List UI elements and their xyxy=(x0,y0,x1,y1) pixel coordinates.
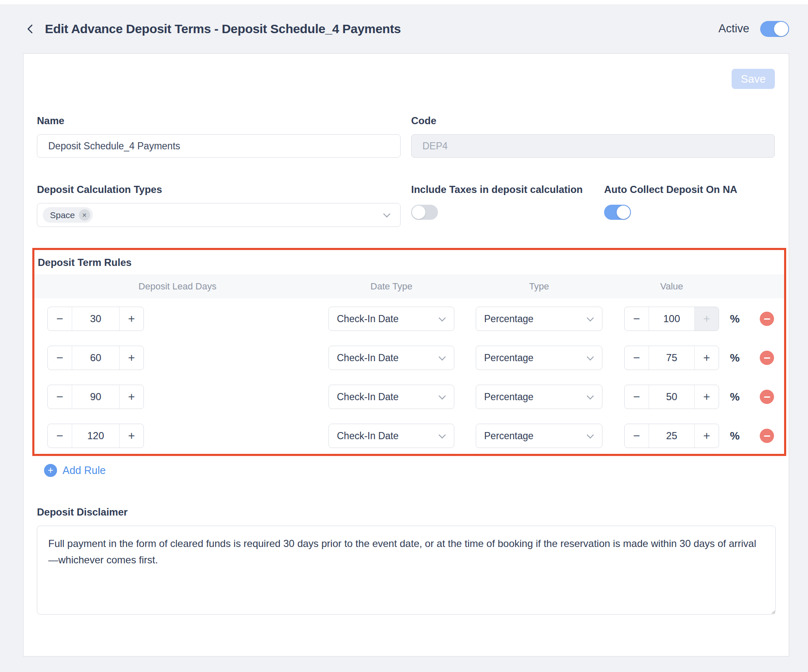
include-taxes-toggle-knob xyxy=(412,206,425,219)
remove-rule-button[interactable] xyxy=(760,390,774,404)
col-header-value: Value xyxy=(624,281,719,292)
deposit-disclaimer-label: Deposit Disclaimer xyxy=(37,506,775,518)
chevron-down-icon xyxy=(439,431,446,438)
lead-days-increment-button[interactable]: + xyxy=(119,346,143,370)
value-decrement-button[interactable]: − xyxy=(625,307,649,331)
auto-collect-toggle[interactable] xyxy=(604,205,631,220)
remove-rule-button[interactable] xyxy=(760,429,774,443)
minus-icon xyxy=(764,396,770,398)
active-toggle-knob xyxy=(774,22,788,36)
value-amount[interactable]: 75 xyxy=(649,346,694,370)
lead-days-stepper: − 120 + xyxy=(47,424,144,448)
value-increment-button[interactable]: + xyxy=(694,385,719,409)
col-header-date-type: Date Type xyxy=(328,281,454,292)
value-stepper: − 50 + xyxy=(624,385,719,409)
lead-days-value[interactable]: 30 xyxy=(72,307,119,331)
value-stepper: − 100 + xyxy=(624,307,719,331)
lead-days-increment-button[interactable]: + xyxy=(119,424,143,448)
rules-table-header: Deposit Lead Days Date Type Type Value xyxy=(34,274,784,298)
percent-sign: % xyxy=(730,352,740,365)
percent-sign: % xyxy=(730,313,740,326)
include-taxes-toggle[interactable] xyxy=(411,205,438,220)
value-amount[interactable]: 100 xyxy=(649,307,694,331)
value-stepper: − 75 + xyxy=(624,346,719,370)
include-taxes-label: Include Taxes in deposit calculation xyxy=(411,184,604,195)
col-header-lead-days: Deposit Lead Days xyxy=(47,281,308,292)
rules-section-title: Deposit Term Rules xyxy=(34,257,784,268)
percent-sign: % xyxy=(730,391,740,404)
lead-days-increment-button[interactable]: + xyxy=(119,385,143,409)
date-type-select[interactable]: Check-In Date xyxy=(328,424,454,448)
chip-remove-icon[interactable]: ✕ xyxy=(79,209,90,221)
lead-days-increment-button[interactable]: + xyxy=(119,307,143,331)
edit-form-card: Save Name Code Deposit Calculation Types… xyxy=(23,53,789,656)
calc-types-select[interactable]: Space ✕ xyxy=(37,203,401,227)
percent-sign: % xyxy=(730,430,740,443)
value-increment-button[interactable]: + xyxy=(694,346,719,370)
lead-days-decrement-button[interactable]: − xyxy=(48,346,72,370)
page-title: Edit Advance Deposit Terms - Deposit Sch… xyxy=(45,22,401,36)
add-rule-button[interactable]: + Add Rule xyxy=(44,464,106,477)
code-input xyxy=(411,134,775,158)
lead-days-value[interactable]: 90 xyxy=(72,385,119,409)
value-increment-button[interactable]: + xyxy=(694,424,719,448)
chevron-down-icon xyxy=(439,392,446,399)
rule-row: − 60 + Check-In Date Percentage − 75 + xyxy=(34,346,784,370)
chevron-down-icon xyxy=(439,314,446,321)
lead-days-decrement-button[interactable]: − xyxy=(48,424,72,448)
back-chevron-icon xyxy=(25,23,35,35)
lead-days-stepper: − 30 + xyxy=(47,307,144,331)
remove-rule-button[interactable] xyxy=(760,351,774,365)
active-label: Active xyxy=(718,22,749,35)
back-button[interactable] xyxy=(23,22,37,36)
value-amount[interactable]: 25 xyxy=(649,424,694,448)
value-decrement-button[interactable]: − xyxy=(625,346,649,370)
name-label: Name xyxy=(37,115,401,127)
deposit-term-rules-section: Deposit Term Rules Deposit Lead Days Dat… xyxy=(32,248,786,456)
col-header-type: Type xyxy=(476,281,602,292)
rule-row: − 120 + Check-In Date Percentage − 25 + xyxy=(34,424,784,448)
chip-label: Space xyxy=(50,210,75,220)
value-decrement-button[interactable]: − xyxy=(625,424,649,448)
type-select[interactable]: Percentage xyxy=(476,307,602,331)
date-type-select[interactable]: Check-In Date xyxy=(328,385,454,409)
rule-row: − 30 + Check-In Date Percentage − 100 + xyxy=(34,307,784,331)
calc-type-chip: Space ✕ xyxy=(43,207,93,223)
chevron-down-icon xyxy=(383,211,391,218)
type-select[interactable]: Percentage xyxy=(476,346,602,370)
page-top-strip xyxy=(0,0,808,4)
chevron-down-icon xyxy=(439,353,446,360)
deposit-disclaimer-textarea[interactable]: Full payment in the form of cleared fund… xyxy=(37,526,776,615)
type-select[interactable]: Percentage xyxy=(476,385,602,409)
remove-rule-button[interactable] xyxy=(760,312,774,326)
lead-days-stepper: − 60 + xyxy=(47,346,144,370)
date-type-select[interactable]: Check-In Date xyxy=(328,346,454,370)
minus-icon xyxy=(764,357,770,359)
value-stepper: − 25 + xyxy=(624,424,719,448)
lead-days-decrement-button[interactable]: − xyxy=(48,307,72,331)
chevron-down-icon xyxy=(587,392,594,399)
lead-days-value[interactable]: 120 xyxy=(72,424,119,448)
lead-days-decrement-button[interactable]: − xyxy=(48,385,72,409)
calc-types-label: Deposit Calculation Types xyxy=(37,184,401,195)
chevron-down-icon xyxy=(587,431,594,438)
save-button[interactable]: Save xyxy=(732,69,775,89)
chevron-down-icon xyxy=(587,353,594,360)
auto-collect-toggle-knob xyxy=(617,206,630,219)
chevron-down-icon xyxy=(587,314,594,321)
date-type-select[interactable]: Check-In Date xyxy=(328,307,454,331)
minus-icon xyxy=(764,318,770,320)
add-rule-label: Add Rule xyxy=(63,464,106,477)
value-decrement-button[interactable]: − xyxy=(625,385,649,409)
auto-collect-label: Auto Collect Deposit On NA xyxy=(604,184,737,195)
code-label: Code xyxy=(411,115,775,127)
type-select[interactable]: Percentage xyxy=(476,424,602,448)
value-amount[interactable]: 50 xyxy=(649,385,694,409)
active-toggle[interactable] xyxy=(760,21,789,37)
page-header: Edit Advance Deposit Terms - Deposit Sch… xyxy=(0,4,808,53)
minus-icon xyxy=(764,435,770,437)
lead-days-value[interactable]: 60 xyxy=(72,346,119,370)
value-increment-button[interactable]: + xyxy=(694,307,719,331)
name-input[interactable] xyxy=(37,134,401,158)
rule-row: − 90 + Check-In Date Percentage − 50 + xyxy=(34,385,784,409)
